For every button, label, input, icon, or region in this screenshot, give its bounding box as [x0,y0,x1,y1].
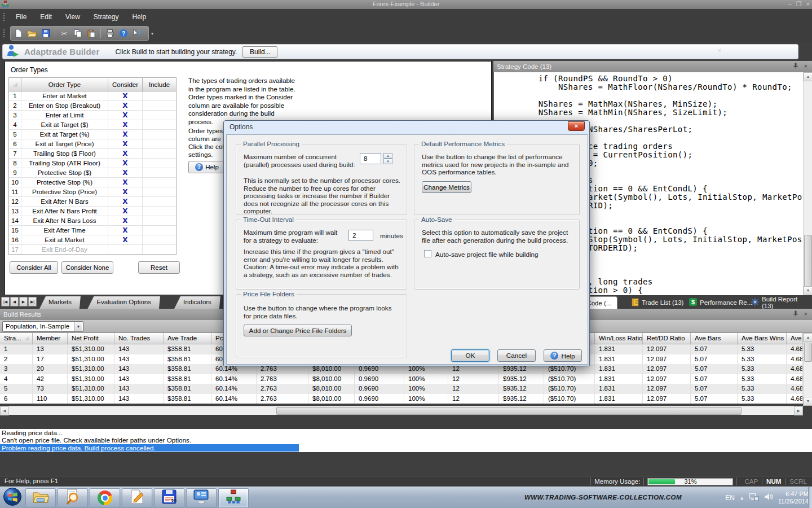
tab-markets[interactable]: Markets [39,296,81,309]
tab-build-report-13-[interactable]: Build Report (13) [745,296,812,309]
taskbar-display-settings-button[interactable] [186,488,217,508]
results-row[interactable]: 6110$51,310.00143$358.8160.14%2.763$8,01… [0,394,803,404]
consider-cell[interactable]: X [108,120,143,130]
paste-icon[interactable] [85,28,98,39]
timeout-minutes-input[interactable]: 2 [348,230,373,241]
include-cell[interactable] [143,120,176,130]
pin-icon[interactable] [793,63,798,70]
autosave-checkbox[interactable] [424,250,431,257]
consider-cell[interactable]: X [108,130,143,139]
order-type-row[interactable]: 5Exit at Target (%)X [9,130,176,139]
close-panel-icon[interactable]: × [804,63,807,70]
options-dialog-titlebar[interactable]: Options [224,121,589,134]
include-cell[interactable] [143,226,176,235]
taskbar-floppy-64-button[interactable]: 64· [154,488,184,508]
order-type-row[interactable]: 2Enter on Stop (Breakout)X [9,101,176,111]
include-cell[interactable] [143,197,176,207]
order-type-row[interactable]: 9Protective Stop ($)X [9,168,176,178]
scroll-up-icon[interactable]: ▲ [804,333,812,342]
include-cell[interactable] [143,111,176,120]
results-scroll-thumb[interactable] [804,343,812,362]
pin-icon[interactable] [793,310,798,318]
include-cell[interactable] [143,178,176,187]
menu-file[interactable]: File [9,11,33,23]
spinner-down-icon[interactable]: ▼ [383,159,392,164]
taskbar-file-explorer-button[interactable] [25,488,56,508]
order-type-row[interactable]: 6Exit at Target (Price)X [9,139,176,149]
output-line-selected[interactable]: Problem reading price data. Build proces… [0,444,299,452]
scroll-right-icon[interactable]: ▶ [794,406,803,415]
taskbar-chrome-button[interactable] [90,488,120,508]
toolbar-overflow-icon[interactable]: ▾ [151,31,153,36]
results-column-header[interactable]: Ave Trade [164,333,211,344]
consider-cell[interactable]: X [108,178,143,187]
results-column-header[interactable]: No. Trades [114,333,164,344]
order-type-row[interactable]: 4Exit at Target ($)X [9,120,176,130]
consider-cell[interactable]: X [108,187,143,197]
order-type-column-header[interactable]: Order Type [21,78,108,91]
consider-cell[interactable] [108,245,143,255]
close-icon[interactable]: × [806,0,810,8]
results-column-header[interactable]: Member [33,333,68,344]
menu-help[interactable]: Help [126,11,153,23]
prev-record-icon[interactable]: ◀ [10,297,19,306]
parallel-processes-input[interactable]: 8 [360,153,381,164]
include-cell[interactable] [143,91,176,101]
order-type-row[interactable]: 14Exit After N Bars LossX [9,216,176,226]
consider-cell[interactable]: X [108,216,143,226]
results-row[interactable]: 442$51,310.00143$358.8160.14%2.763$8,010… [0,374,803,384]
include-cell[interactable] [143,149,176,159]
header-close-icon[interactable]: × [717,46,722,55]
cut-icon[interactable]: ✂ [58,28,70,39]
results-column-header[interactable]: Ave [787,333,803,344]
first-record-icon[interactable]: |◀ [1,297,10,306]
tab-indicators[interactable]: Indicators [174,296,220,309]
order-type-row[interactable]: 8Trailing Stop (ATR Floor)X [9,159,176,168]
include-cell[interactable] [143,130,176,139]
order-type-row[interactable]: 10Protective Stop (%)X [9,178,176,187]
order-type-row[interactable]: 1Enter at MarketX [9,91,176,101]
order-type-row[interactable]: 15Exit After TimeX [9,226,176,235]
next-record-icon[interactable]: ▶ [19,297,28,306]
menu-view[interactable]: View [59,11,87,23]
spinner-up-icon[interactable]: ▲ [383,153,392,159]
ok-button[interactable]: OK [451,349,489,362]
include-column-header[interactable]: Include [143,78,176,91]
consider-cell[interactable]: X [108,159,143,168]
sort-column-header[interactable] [9,78,21,91]
consider-cell[interactable]: X [108,149,143,159]
tab-evaluation-options[interactable]: Evaluation Options [87,296,160,309]
close-panel-icon[interactable]: × [804,310,807,318]
scroll-down-icon[interactable]: ▼ [804,397,812,406]
include-cell[interactable] [143,101,176,111]
order-type-row[interactable]: 17Exit End-of-Day [9,245,176,255]
order-type-row[interactable]: 3Enter at LimitX [9,111,176,120]
order-type-row[interactable]: 11Protective Stop (Price)X [9,187,176,197]
consider-cell[interactable]: X [108,226,143,235]
results-row[interactable]: 573$51,310.00143$358.8160.14%2.763$8,010… [0,384,803,394]
save-icon[interactable] [39,28,52,39]
context-help-icon[interactable]: ? [131,28,143,39]
language-indicator[interactable]: EN [725,494,735,502]
consider-cell[interactable]: X [108,139,143,149]
results-view-dropdown[interactable]: Population, In-Sample ▼ [2,321,83,332]
menu-strategy[interactable]: Strategy [87,11,126,23]
dialog-help-button[interactable]: ? Help [544,349,582,362]
tray-chevron-up-icon[interactable]: ▲ [740,496,744,501]
print-icon[interactable] [104,28,116,39]
include-cell[interactable] [143,139,176,149]
consider-column-header[interactable]: Consider [108,78,143,91]
network-icon[interactable] [749,493,759,503]
menu-edit[interactable]: Edit [33,11,59,23]
reset-button[interactable]: Reset [138,261,180,274]
build-button[interactable]: Build... [242,46,277,58]
results-column-header[interactable]: Ret/DD Ratio [643,333,691,344]
results-horizontal-scrollbar[interactable]: ◀ ▶ [0,406,803,415]
output-line[interactable]: Reading price data... [0,429,812,436]
help-icon[interactable]: ? [117,28,130,39]
scroll-up-icon[interactable]: ▲ [804,72,812,81]
consider-cell[interactable]: X [108,207,143,216]
include-cell[interactable] [143,207,176,216]
results-column-header[interactable]: Ave Bars [691,333,738,344]
change-metrics-button[interactable]: Change Metrics [422,181,471,193]
